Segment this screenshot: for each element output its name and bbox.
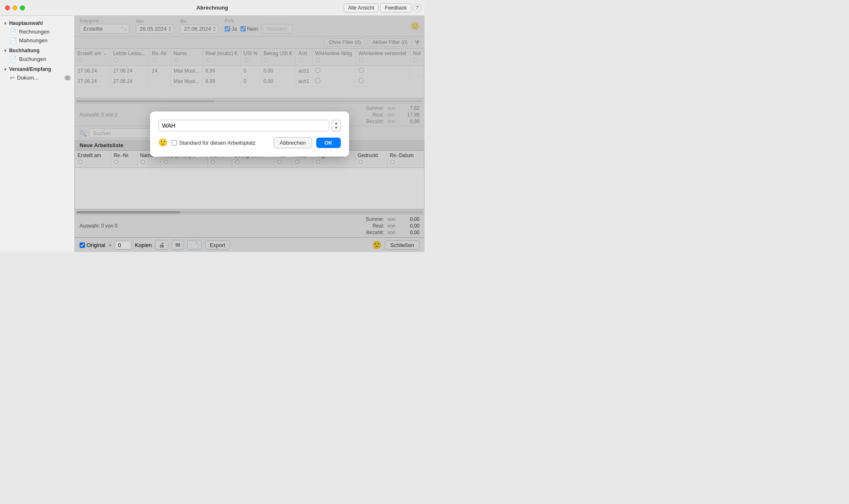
dokument-badge: 0 <box>64 75 71 80</box>
sidebar-buchhaltung-label: Buchhaltung <box>9 48 39 53</box>
chevron-down-icon: ▼ <box>3 67 7 72</box>
sidebar-versand-label: Versand/Empfang <box>9 66 51 72</box>
sidebar-mahnungen-label: Mahnungen <box>19 37 48 44</box>
sidebar-section-versand: ▼ Versand/Empfang ↩ Dokum... 0 <box>0 65 74 82</box>
maximize-button[interactable] <box>20 5 25 10</box>
modal-dialog: ▲ ▼ 🙂 Standard für diesen Arbeitsplatz A… <box>150 111 349 157</box>
modal-smiley-icon: 🙂 <box>158 138 167 147</box>
sidebar-header-buchhaltung[interactable]: ▼ Buchhaltung <box>0 46 74 55</box>
sidebar-section-buchhaltung: ▼ Buchhaltung 📄 Buchungen <box>0 46 74 63</box>
main-content: Kategorie Erstellte ⌃⌄ Von 28.05.2024 ▲ <box>75 16 424 252</box>
sidebar-dokument-label: Dokum... <box>17 75 39 81</box>
app-body: ▼ Hauptauswahl 📄 Rechnungen 📄 Mahnungen … <box>0 16 424 252</box>
sidebar-item-buchungen[interactable]: 📄 Buchungen <box>0 55 74 63</box>
document-icon: 📄 <box>10 56 17 62</box>
titlebar-buttons: Alte Ansicht Feedback ? <box>344 3 424 12</box>
window-title: Abrechnung <box>196 5 228 11</box>
feedback-button[interactable]: Feedback <box>380 3 411 12</box>
sidebar-section-hauptauswahl: ▼ Hauptauswahl 📄 Rechnungen 📄 Mahnungen <box>0 19 74 45</box>
modal-stepper-down-icon[interactable]: ▼ <box>335 126 338 130</box>
modal-standard-label: Standard für diesen Arbeitsplatz <box>179 140 255 146</box>
sidebar-rechnungen-label: Rechnungen <box>19 29 50 35</box>
modal-overlay: ▲ ▼ 🙂 Standard für diesen Arbeitsplatz A… <box>75 16 424 252</box>
modal-abbrechen-button[interactable]: Abbrechen <box>274 137 312 148</box>
modal-ok-button[interactable]: OK <box>316 138 341 148</box>
close-button[interactable] <box>5 5 10 10</box>
modal-stepper-up-icon[interactable]: ▲ <box>335 121 338 126</box>
sidebar-item-dokument[interactable]: ↩ Dokum... 0 <box>0 73 74 82</box>
modal-input-row: ▲ ▼ <box>158 120 341 131</box>
modal-standard-checkbox[interactable] <box>172 140 177 145</box>
alte-ansicht-button[interactable]: Alte Ansicht <box>344 3 379 12</box>
sidebar-header-hauptauswahl[interactable]: ▼ Hauptauswahl <box>0 19 74 27</box>
chevron-down-icon: ▼ <box>3 21 7 26</box>
titlebar: Abrechnung Alte Ansicht Feedback ? <box>0 0 424 16</box>
modal-standard-check[interactable]: Standard für diesen Arbeitsplatz <box>172 140 255 146</box>
chevron-down-icon: ▼ <box>3 48 7 53</box>
minimize-button[interactable] <box>12 5 17 10</box>
modal-text-input[interactable] <box>158 120 329 131</box>
sidebar-item-rechnungen[interactable]: 📄 Rechnungen <box>0 27 74 36</box>
document-icon: 📄 <box>10 37 17 44</box>
document-icon: 📄 <box>10 29 17 35</box>
sidebar: ▼ Hauptauswahl 📄 Rechnungen 📄 Mahnungen … <box>0 16 75 252</box>
modal-actions-row: 🙂 Standard für diesen Arbeitsplatz Abbre… <box>158 137 341 148</box>
help-button[interactable]: ? <box>413 4 421 12</box>
sidebar-hauptauswahl-label: Hauptauswahl <box>9 20 43 26</box>
sidebar-item-mahnungen[interactable]: 📄 Mahnungen <box>0 36 74 45</box>
modal-stepper[interactable]: ▲ ▼ <box>332 120 341 131</box>
sidebar-header-versand[interactable]: ▼ Versand/Empfang <box>0 65 74 73</box>
return-icon: ↩ <box>10 75 15 81</box>
sidebar-buchungen-label: Buchungen <box>19 56 46 62</box>
traffic-lights <box>0 5 25 10</box>
